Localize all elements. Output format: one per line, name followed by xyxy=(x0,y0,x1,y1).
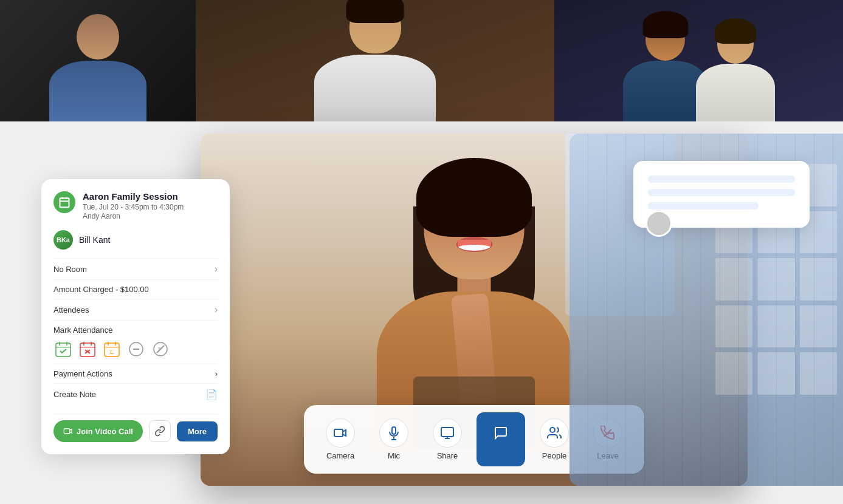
attendance-noshow[interactable] xyxy=(126,339,146,359)
room-row[interactable]: No Room › xyxy=(53,258,218,279)
session-icon xyxy=(53,191,75,213)
join-video-label: Join Video Call xyxy=(77,427,133,436)
svg-point-5 xyxy=(550,427,555,432)
people-label: People xyxy=(542,451,566,460)
attendance-nocharge[interactable]: $ xyxy=(151,339,170,359)
payment-actions-label: Payment Actions xyxy=(53,369,112,378)
thumbnail-topleft xyxy=(0,0,196,121)
svg-rect-7 xyxy=(60,198,69,207)
chat-button[interactable]: Chat xyxy=(477,412,525,466)
more-button[interactable]: More xyxy=(177,421,218,441)
link-button[interactable] xyxy=(149,420,171,442)
attendees-chevron: › xyxy=(215,304,218,315)
svg-rect-0 xyxy=(334,429,343,437)
session-header: Aaron Family Session Tue, Jul 20 - 3:45p… xyxy=(53,191,218,220)
therapist-avatar: BKa xyxy=(53,230,73,250)
attendance-label: Mark Attendance xyxy=(53,325,218,335)
card-actions: Join Video Call More xyxy=(53,414,218,442)
svg-rect-15 xyxy=(80,343,95,356)
mic-label: Mic xyxy=(388,451,400,460)
attendees-label: Attendees xyxy=(53,305,89,315)
attendance-section: Mark Attendance xyxy=(53,320,218,364)
share-button[interactable]: Share xyxy=(423,412,472,466)
camera-button[interactable]: Camera xyxy=(316,412,365,466)
svg-text:$: $ xyxy=(158,346,161,352)
amount-row: Amount Charged - $100.00 xyxy=(53,279,218,299)
create-note-label: Create Note xyxy=(53,390,96,399)
chat-line-3 xyxy=(648,202,759,209)
more-label: More xyxy=(188,427,207,436)
session-client: Andy Aaron xyxy=(83,212,184,220)
payment-chevron: › xyxy=(215,369,218,378)
chat-avatar xyxy=(645,210,672,237)
svg-rect-11 xyxy=(56,343,71,356)
chat-line-1 xyxy=(648,175,795,183)
therapist-name: Bill Kant xyxy=(79,235,110,245)
chat-panel xyxy=(633,161,810,228)
svg-rect-1 xyxy=(392,427,396,434)
chat-line-2 xyxy=(648,189,795,196)
thumbnail-topright xyxy=(554,0,843,121)
therapist-row: BKa Bill Kant xyxy=(53,230,218,250)
session-card: Aaron Family Session Tue, Jul 20 - 3:45p… xyxy=(41,179,230,454)
chat-lines xyxy=(648,175,795,209)
attendance-late[interactable]: L xyxy=(102,339,122,359)
attendance-icons: L $ xyxy=(53,339,218,359)
chat-label: Chat xyxy=(492,451,509,460)
room-chevron: › xyxy=(215,264,218,274)
svg-rect-4 xyxy=(441,427,453,437)
room-label: No Room xyxy=(53,265,87,274)
note-icon: 📄 xyxy=(205,389,218,400)
attendance-present[interactable] xyxy=(53,339,73,359)
share-label: Share xyxy=(437,451,458,460)
session-time: Tue, Jul 20 - 3:45pm to 4:30pm xyxy=(83,203,184,211)
create-note-row[interactable]: Create Note 📄 xyxy=(53,383,218,405)
camera-label: Camera xyxy=(326,451,354,460)
session-title: Aaron Family Session xyxy=(83,191,184,202)
attendees-row[interactable]: Attendees › xyxy=(53,299,218,320)
join-video-button[interactable]: Join Video Call xyxy=(53,420,143,442)
svg-rect-31 xyxy=(64,429,69,434)
payment-actions-row[interactable]: Payment Actions › xyxy=(53,364,218,383)
amount-label: Amount Charged - $100.00 xyxy=(53,285,149,294)
svg-text:L: L xyxy=(110,349,114,355)
mic-button[interactable]: Mic xyxy=(370,412,418,466)
thumbnail-topcenter xyxy=(196,0,554,121)
attendance-absent[interactable] xyxy=(78,339,97,359)
